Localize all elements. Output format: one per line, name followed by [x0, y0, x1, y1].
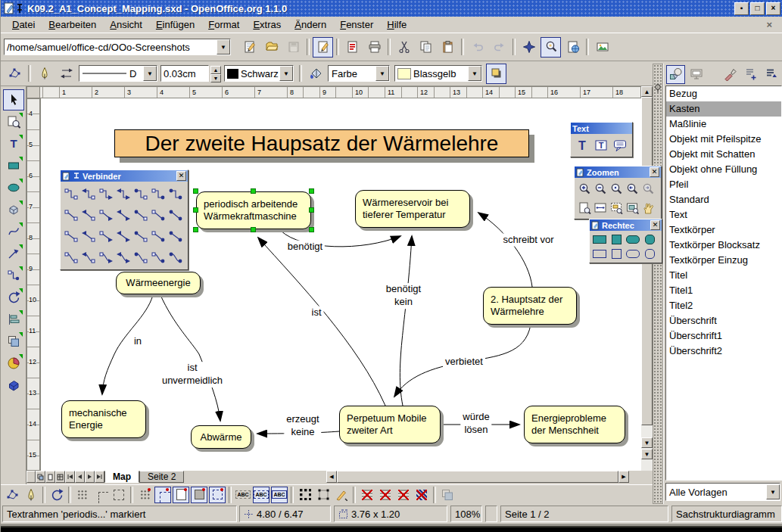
style-filter-dropdown-icon[interactable]: ▼ — [766, 484, 780, 499]
line-style-dropdown-icon[interactable]: ▼ — [143, 66, 157, 81]
connector-type-1-3[interactable] — [114, 204, 132, 226]
zoom-in-button[interactable] — [576, 179, 592, 198]
connector-type-0-5[interactable] — [149, 183, 167, 204]
round-fill-button[interactable] — [625, 232, 641, 247]
zoom-object-button[interactable] — [624, 198, 640, 217]
arrow-ends-button[interactable] — [56, 64, 76, 84]
option-handles2-button[interactable] — [315, 487, 332, 503]
zoom-palette-titlebar[interactable]: Zoomen ✕ — [575, 166, 661, 178]
connector-type-3-5[interactable] — [149, 247, 167, 268]
close-icon[interactable]: ✕ — [650, 167, 659, 177]
maximize-button[interactable]: □ — [750, 2, 765, 15]
style-item-kasten[interactable]: Kasten — [666, 101, 781, 117]
close-icon[interactable]: ✕ — [176, 171, 186, 181]
cut-button[interactable] — [394, 37, 414, 58]
new-style-button[interactable] — [741, 65, 760, 84]
option-crossm-button[interactable] — [154, 487, 171, 503]
menu-einfgen[interactable]: Einfügen — [149, 17, 201, 32]
status-template[interactable]: Sachstrukturdiagramm — [671, 506, 782, 522]
style-item-ma-linie[interactable]: Maßlinie — [666, 117, 781, 132]
fill-color-dropdown-icon[interactable]: ▼ — [468, 66, 481, 81]
style-item-titel1[interactable]: Titel1 — [666, 283, 781, 298]
minimize-button[interactable]: ▪ — [734, 2, 749, 15]
round-line-button[interactable] — [625, 247, 641, 261]
tool-effects-3d[interactable] — [3, 375, 24, 396]
option-handles-button[interactable] — [297, 487, 313, 503]
style-item-pfeil[interactable]: Pfeil — [666, 177, 781, 192]
connector-type-0-4[interactable] — [132, 183, 149, 204]
close-icon[interactable]: ✕ — [650, 220, 660, 230]
style-item-textk-rper-blocksatz[interactable]: Textkörper Blocksatz — [666, 238, 781, 253]
rsquare-fill-button[interactable] — [641, 232, 658, 247]
option-gridm-button[interactable] — [136, 487, 153, 503]
prev-page-button[interactable] — [75, 471, 85, 483]
close-button[interactable]: × — [766, 2, 780, 15]
option-gluepen-button[interactable] — [23, 487, 39, 503]
tool-lines-arrows[interactable] — [3, 243, 24, 264]
fill-type-dropdown-icon[interactable]: ▼ — [375, 66, 389, 81]
update-style-button[interactable] — [762, 65, 780, 84]
menu-datei[interactable]: Datei — [5, 17, 42, 32]
last-page-button[interactable] — [95, 471, 104, 483]
view-mode-2-button[interactable] — [45, 471, 55, 483]
connector-type-3-4[interactable] — [132, 247, 149, 268]
stylist-splitter[interactable] — [653, 64, 663, 504]
status-page[interactable]: Seite 1 / 2 — [500, 506, 668, 522]
shadow-toggle-button[interactable] — [486, 64, 506, 84]
view-mode-1-button[interactable] — [36, 471, 45, 483]
save-button[interactable] — [283, 37, 304, 58]
connector-type-2-1[interactable] — [79, 226, 97, 247]
print-button[interactable] — [364, 37, 385, 58]
style-item--berschrift1[interactable]: Überschrift1 — [666, 328, 781, 344]
connector-type-0-3[interactable] — [114, 183, 132, 204]
fill-format-button[interactable] — [721, 65, 740, 84]
connector-type-0-2[interactable] — [97, 183, 114, 204]
tool-objects-3d[interactable] — [3, 199, 24, 220]
zoom-next-button[interactable] — [640, 179, 656, 198]
style-item-objekt-ohne-f-llung[interactable]: Objekt ohne Füllung — [666, 162, 781, 177]
paste-button[interactable] — [438, 37, 458, 58]
pen-button[interactable] — [34, 64, 55, 84]
option-xchk-button[interactable] — [413, 487, 430, 503]
zoom-page-button[interactable] — [576, 198, 592, 217]
hscroll-right-icon[interactable]: ▶ — [618, 471, 629, 483]
zoom-optimal-button[interactable] — [608, 198, 624, 217]
connector-type-3-3[interactable] — [114, 247, 132, 268]
menu-format[interactable]: Format — [201, 17, 246, 32]
tool-connector[interactable] — [3, 265, 24, 286]
pan-hand-button[interactable] — [640, 198, 656, 217]
scroll-up-icon[interactable]: ▲ — [641, 86, 653, 97]
horizontal-scroll-thumb[interactable] — [337, 471, 618, 483]
undo-button[interactable] — [467, 37, 488, 58]
option-abc-button[interactable]: ABC — [235, 487, 251, 503]
rect-fill-button[interactable] — [591, 232, 608, 247]
url-dropdown-icon[interactable]: ▼ — [217, 39, 230, 54]
connector-type-2-0[interactable] — [62, 226, 79, 247]
menu-ndern[interactable]: Ändern — [288, 17, 333, 32]
connector-type-2-3[interactable] — [114, 226, 132, 247]
menu-hilfe[interactable]: Hilfe — [380, 17, 413, 32]
rectangles-palette[interactable]: Rechtec ✕ — [589, 219, 662, 263]
style-item-textk-rper[interactable]: Textkörper — [666, 222, 781, 238]
connector-type-0-6[interactable] — [167, 183, 184, 204]
connector-type-1-4[interactable] — [132, 204, 149, 226]
zoom-width-button[interactable] — [592, 198, 608, 217]
next-page-button[interactable] — [85, 471, 95, 483]
option-xhatch-button[interactable] — [377, 487, 394, 503]
graphic-styles-button[interactable] — [666, 65, 685, 84]
text-frame-button[interactable]: T — [591, 135, 610, 155]
vertical-ruler[interactable]: 456789101112131415 — [26, 98, 40, 471]
drawing-canvas[interactable] — [40, 98, 641, 471]
hscroll-left-icon[interactable]: ◀ — [326, 471, 337, 483]
menu-fenster[interactable]: Fenster — [333, 17, 380, 32]
connectors-palette[interactable]: Verbinder ✕ — [60, 170, 188, 270]
style-item--berschrift2[interactable]: Überschrift2 — [666, 344, 781, 359]
status-size[interactable]: 3.76 x 1.20 — [334, 506, 447, 522]
zoom-100-button[interactable] — [608, 179, 624, 198]
option-ptsm-button[interactable] — [209, 487, 226, 503]
rectangles-palette-titlebar[interactable]: Rechtec ✕ — [590, 219, 662, 231]
option-grid-button[interactable] — [74, 487, 91, 503]
tool-ellipse[interactable] — [3, 177, 24, 198]
gallery-button[interactable] — [592, 37, 612, 58]
option-penslash-button[interactable] — [333, 487, 350, 503]
